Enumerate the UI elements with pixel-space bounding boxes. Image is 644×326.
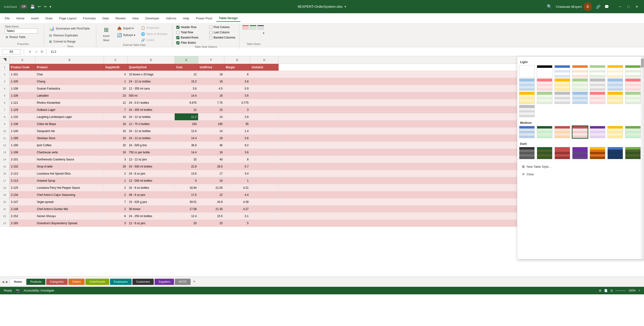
style-swatch-light-extra-2-2[interactable] — [608, 92, 623, 104]
cell-17b[interactable]: Aniseed Syrup — [36, 177, 104, 184]
cell-12c[interactable]: 20 — [104, 142, 128, 149]
cell-16h[interactable] — [250, 170, 278, 177]
cell-19a[interactable]: 2-134 — [10, 191, 36, 198]
cell-6e[interactable]: 6.975 — [175, 99, 198, 106]
cell-23g[interactable]: 5 — [224, 220, 250, 226]
style-swatch-light-swatches-6[interactable] — [625, 65, 641, 78]
style-swatch-dark-swatches-6[interactable] — [625, 147, 641, 159]
cell-16a[interactable]: 2-112 — [10, 170, 36, 177]
cell-18d[interactable]: 32 - 8 oz bottles — [128, 184, 175, 191]
menu-table-design[interactable]: Table Design — [216, 15, 240, 22]
cell-23e[interactable]: 20 — [175, 220, 198, 226]
cell-12d[interactable]: 16 - 500 g tins — [128, 142, 175, 149]
customize-icon[interactable]: ▾ — [50, 5, 51, 9]
cell-3c[interactable]: 1 — [104, 78, 128, 85]
style-swatch-light-extra-0-0[interactable] — [519, 78, 535, 91]
cell-15d[interactable]: 24 - 500 ml bottles — [128, 163, 175, 170]
cell-4d[interactable]: 12 - 355 ml cans — [128, 85, 175, 92]
cell-20g[interactable]: 4.39 — [224, 198, 250, 205]
cell-20e[interactable]: 39.51 — [175, 198, 198, 205]
style-swatch-light-extra-0-4[interactable] — [590, 78, 605, 91]
cell-17a[interactable]: 2-113 — [10, 177, 36, 184]
style-swatch-light-swatches-5[interactable] — [608, 65, 623, 78]
cell-10e[interactable]: 12.6 — [175, 128, 198, 134]
minimize-button[interactable]: ─ — [616, 3, 623, 10]
sheet-tab-employees[interactable]: Employees — [110, 278, 132, 285]
nav-prev[interactable]: ◀ — [2, 280, 4, 283]
redo-icon[interactable]: ↪ — [44, 5, 47, 9]
cell-9b[interactable]: Côtes de Blaye — [36, 121, 104, 127]
style-swatch-light-extra-1-3[interactable] — [537, 92, 552, 104]
first-column-checkbox[interactable]: First Column — [208, 25, 236, 29]
cell-18f[interactable]: 21.05 — [198, 184, 224, 191]
cell-1g[interactable]: Margin▾ — [224, 64, 250, 71]
cell-14b[interactable]: Northwoods Cranberry Sauce — [36, 156, 104, 163]
style-swatch-dark-swatches-0[interactable] — [519, 147, 535, 159]
cell-1a[interactable]: Product Code▾ — [10, 64, 36, 71]
cell-6d[interactable]: 24 - 0.5 l bottles — [128, 99, 175, 106]
cell-16d[interactable]: 24 - 8 oz jars — [128, 170, 175, 177]
style-swatch-medium-swatches-5[interactable] — [608, 126, 623, 138]
banded-columns-checkbox[interactable]: Banded Columns — [208, 36, 236, 40]
cell-5c[interactable]: 23 — [104, 92, 128, 99]
cell-10c[interactable]: 16 — [104, 128, 128, 134]
sheet-tab-note[interactable]: NOTE — [175, 278, 190, 285]
total-row-checkbox[interactable]: Total Row — [176, 30, 204, 35]
style-swatch-medium-swatches-1[interactable] — [537, 126, 552, 138]
cell-20c[interactable]: 7 — [104, 198, 128, 205]
cell-2c[interactable]: 4 — [104, 71, 128, 78]
menu-developer[interactable]: Developer — [142, 15, 162, 22]
cell-14h[interactable] — [250, 156, 278, 163]
cell-9e[interactable]: 150 — [175, 121, 198, 127]
cell-17f[interactable]: 10 — [198, 177, 224, 184]
style-preview-2[interactable] — [250, 25, 256, 30]
accessibility-status[interactable]: Accessibility: Investigate — [24, 289, 54, 292]
cell-20f[interactable]: 43.9 — [198, 198, 224, 205]
cell-23c[interactable]: 3 — [104, 220, 128, 226]
cell-6c[interactable]: 12 — [104, 99, 128, 106]
cell-21e[interactable]: 17.08 — [175, 205, 198, 212]
cell-22g[interactable]: 3.1 — [224, 213, 250, 219]
cell-13d[interactable]: 750 cc per bottle — [128, 149, 175, 156]
style-swatch-dark-swatches-1[interactable] — [537, 147, 552, 159]
cell-19c[interactable]: 2 — [104, 191, 128, 198]
cell-15e[interactable]: 22.8 — [175, 163, 198, 170]
autosave-toggle[interactable]: Off — [20, 5, 28, 9]
cell-13b[interactable]: Chartreuse verte — [36, 149, 104, 156]
cell-4a[interactable]: 1-106 — [10, 85, 36, 92]
menu-page-layout[interactable]: Page Layout — [56, 15, 79, 22]
cell-16b[interactable]: Louisiana Hot Spiced Okra — [36, 170, 104, 177]
cell-8b[interactable]: Laughing Lumberjack Lager — [36, 113, 104, 120]
style-swatch-dark-swatches-3[interactable] — [572, 147, 588, 159]
style-swatch-light-extra-0-1[interactable] — [537, 78, 552, 91]
cell-7d[interactable]: 24 - 355 ml bottles — [128, 106, 175, 113]
new-table-style-button[interactable]: ⊞ New Table Style... — [520, 163, 641, 170]
cell-21h[interactable] — [250, 205, 278, 212]
cell-22f[interactable]: 15.5 — [198, 213, 224, 219]
col-header-f[interactable]: F — [198, 56, 224, 64]
cell-10g[interactable]: 1.4 — [224, 128, 250, 134]
col-header-c[interactable]: C — [104, 56, 128, 64]
cell-11a[interactable]: 1-189 — [10, 135, 36, 142]
banded-rows-checkbox[interactable]: Banded Rows — [176, 36, 204, 40]
col-header-g[interactable]: G — [224, 56, 250, 64]
menu-addins[interactable]: Add-ins — [163, 15, 179, 22]
cell-4b[interactable]: Guaran Fantastica — [36, 85, 104, 92]
cell-15f[interactable]: 28.5 — [198, 163, 224, 170]
cell-4h[interactable] — [250, 85, 278, 92]
cell-22h[interactable] — [250, 213, 278, 219]
cell-17h[interactable] — [250, 177, 278, 184]
cell-17g[interactable]: 1 — [224, 177, 250, 184]
cell-4f[interactable]: 4.5 — [198, 85, 224, 92]
filter-button-checkbox[interactable]: Filter Button — [176, 41, 204, 45]
header-row-checkbox[interactable]: Header Row — [176, 25, 204, 29]
style-swatch-light-extra-2-0[interactable] — [572, 92, 588, 104]
cell-3d[interactable]: 24 - 12 oz bottles — [128, 78, 175, 85]
style-swatch-light-extra-0-2[interactable] — [554, 78, 570, 91]
formula-cancel[interactable]: ✕ — [28, 50, 32, 54]
formula-confirm[interactable]: ✓ — [34, 50, 39, 54]
cell-18e[interactable]: 16.84 — [175, 184, 198, 191]
cell-10b[interactable]: Sasquatch Ale — [36, 128, 104, 134]
cell-15c[interactable]: 29 — [104, 163, 128, 170]
cell-12f[interactable]: 46 — [198, 142, 224, 149]
